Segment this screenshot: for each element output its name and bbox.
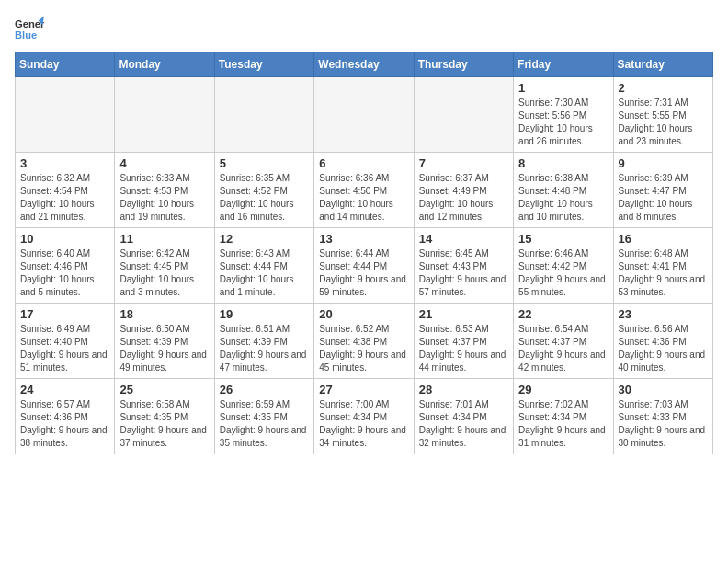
calendar-cell: 18Sunrise: 6:50 AM Sunset: 4:39 PM Dayli… [115, 304, 214, 379]
calendar-cell: 16Sunrise: 6:48 AM Sunset: 4:41 PM Dayli… [613, 228, 712, 304]
day-info: Sunrise: 6:50 AM Sunset: 4:39 PM Dayligh… [119, 323, 209, 374]
day-number: 24 [20, 383, 109, 396]
day-info: Sunrise: 6:56 AM Sunset: 4:36 PM Dayligh… [619, 323, 708, 374]
day-info: Sunrise: 6:52 AM Sunset: 4:38 PM Dayligh… [319, 323, 408, 374]
day-number: 20 [319, 307, 408, 321]
weekday-header-thursday: Thursday [414, 52, 513, 77]
day-number: 14 [419, 232, 508, 246]
weekday-header-sunday: Sunday [16, 52, 115, 77]
day-number: 15 [518, 232, 608, 246]
calendar-cell: 6Sunrise: 6:36 AM Sunset: 4:50 PM Daylig… [314, 153, 414, 228]
day-info: Sunrise: 7:30 AM Sunset: 5:56 PM Dayligh… [518, 97, 608, 148]
day-number: 17 [20, 307, 109, 321]
calendar-body: 1Sunrise: 7:30 AM Sunset: 5:56 PM Daylig… [16, 77, 713, 454]
calendar-cell: 12Sunrise: 6:43 AM Sunset: 4:44 PM Dayli… [214, 228, 313, 304]
calendar-cell: 30Sunrise: 7:03 AM Sunset: 4:33 PM Dayli… [613, 379, 712, 454]
day-info: Sunrise: 6:58 AM Sunset: 4:35 PM Dayligh… [119, 398, 209, 450]
calendar-week-2: 3Sunrise: 6:32 AM Sunset: 4:54 PM Daylig… [16, 153, 713, 228]
day-info: Sunrise: 6:57 AM Sunset: 4:36 PM Dayligh… [20, 398, 109, 450]
calendar-week-4: 17Sunrise: 6:49 AM Sunset: 4:40 PM Dayli… [16, 304, 713, 379]
day-info: Sunrise: 6:45 AM Sunset: 4:43 PM Dayligh… [419, 247, 508, 299]
calendar-cell: 23Sunrise: 6:56 AM Sunset: 4:36 PM Dayli… [613, 304, 712, 379]
day-info: Sunrise: 6:44 AM Sunset: 4:44 PM Dayligh… [319, 247, 408, 299]
day-number: 10 [20, 232, 109, 246]
day-number: 26 [220, 383, 309, 396]
calendar-cell [115, 77, 214, 153]
calendar-week-3: 10Sunrise: 6:40 AM Sunset: 4:46 PM Dayli… [16, 228, 713, 304]
calendar-cell: 8Sunrise: 6:38 AM Sunset: 4:48 PM Daylig… [514, 153, 613, 228]
day-number: 29 [518, 383, 608, 396]
calendar-table: SundayMondayTuesdayWednesdayThursdayFrid… [15, 52, 713, 454]
day-number: 1 [518, 81, 608, 95]
calendar-cell: 28Sunrise: 7:01 AM Sunset: 4:34 PM Dayli… [414, 379, 513, 454]
day-info: Sunrise: 6:46 AM Sunset: 4:42 PM Dayligh… [518, 247, 608, 299]
day-number: 11 [119, 232, 209, 246]
day-info: Sunrise: 6:36 AM Sunset: 4:50 PM Dayligh… [319, 172, 408, 224]
day-info: Sunrise: 7:02 AM Sunset: 4:34 PM Dayligh… [518, 398, 608, 450]
calendar-cell: 7Sunrise: 6:37 AM Sunset: 4:49 PM Daylig… [414, 153, 513, 228]
day-number: 16 [619, 232, 708, 246]
svg-text:Blue: Blue [15, 29, 37, 40]
day-number: 5 [220, 156, 309, 170]
calendar-cell: 19Sunrise: 6:51 AM Sunset: 4:39 PM Dayli… [214, 304, 313, 379]
day-info: Sunrise: 6:37 AM Sunset: 4:49 PM Dayligh… [419, 172, 508, 224]
day-number: 7 [419, 156, 508, 170]
calendar-cell: 5Sunrise: 6:35 AM Sunset: 4:52 PM Daylig… [214, 153, 313, 228]
weekday-header-wednesday: Wednesday [314, 52, 414, 77]
calendar-week-5: 24Sunrise: 6:57 AM Sunset: 4:36 PM Dayli… [16, 379, 713, 454]
calendar-cell: 9Sunrise: 6:39 AM Sunset: 4:47 PM Daylig… [613, 153, 712, 228]
calendar-cell: 1Sunrise: 7:30 AM Sunset: 5:56 PM Daylig… [514, 77, 613, 153]
weekday-header-monday: Monday [115, 52, 214, 77]
calendar-cell: 17Sunrise: 6:49 AM Sunset: 4:40 PM Dayli… [16, 304, 115, 379]
weekday-header-row: SundayMondayTuesdayWednesdayThursdayFrid… [16, 52, 713, 77]
header: General Blue [15, 15, 713, 44]
calendar-cell: 11Sunrise: 6:42 AM Sunset: 4:45 PM Dayli… [115, 228, 214, 304]
day-info: Sunrise: 6:33 AM Sunset: 4:53 PM Dayligh… [119, 172, 209, 224]
day-number: 30 [619, 383, 708, 396]
weekday-header-tuesday: Tuesday [214, 52, 313, 77]
weekday-header-saturday: Saturday [613, 52, 712, 77]
calendar-cell: 13Sunrise: 6:44 AM Sunset: 4:44 PM Dayli… [314, 228, 414, 304]
day-number: 4 [119, 156, 209, 170]
day-number: 2 [619, 81, 708, 95]
day-number: 12 [220, 232, 309, 246]
calendar-cell: 3Sunrise: 6:32 AM Sunset: 4:54 PM Daylig… [16, 153, 115, 228]
day-number: 9 [619, 156, 708, 170]
day-info: Sunrise: 6:39 AM Sunset: 4:47 PM Dayligh… [619, 172, 708, 224]
calendar-cell [314, 77, 414, 153]
calendar-cell: 15Sunrise: 6:46 AM Sunset: 4:42 PM Dayli… [514, 228, 613, 304]
day-number: 28 [419, 383, 508, 396]
calendar-cell: 20Sunrise: 6:52 AM Sunset: 4:38 PM Dayli… [314, 304, 414, 379]
calendar-week-1: 1Sunrise: 7:30 AM Sunset: 5:56 PM Daylig… [16, 77, 713, 153]
day-info: Sunrise: 6:54 AM Sunset: 4:37 PM Dayligh… [518, 323, 608, 374]
day-number: 6 [319, 156, 408, 170]
day-number: 25 [119, 383, 209, 396]
day-number: 23 [619, 307, 708, 321]
calendar-cell: 14Sunrise: 6:45 AM Sunset: 4:43 PM Dayli… [414, 228, 513, 304]
calendar-cell [16, 77, 115, 153]
calendar-cell: 25Sunrise: 6:58 AM Sunset: 4:35 PM Dayli… [115, 379, 214, 454]
calendar-cell: 22Sunrise: 6:54 AM Sunset: 4:37 PM Dayli… [514, 304, 613, 379]
day-info: Sunrise: 6:51 AM Sunset: 4:39 PM Dayligh… [220, 323, 309, 374]
day-info: Sunrise: 6:38 AM Sunset: 4:48 PM Dayligh… [518, 172, 608, 224]
day-number: 8 [518, 156, 608, 170]
day-info: Sunrise: 7:03 AM Sunset: 4:33 PM Dayligh… [619, 398, 708, 450]
day-info: Sunrise: 7:00 AM Sunset: 4:34 PM Dayligh… [319, 398, 408, 450]
calendar-cell: 24Sunrise: 6:57 AM Sunset: 4:36 PM Dayli… [16, 379, 115, 454]
day-info: Sunrise: 6:43 AM Sunset: 4:44 PM Dayligh… [220, 247, 309, 299]
day-number: 19 [220, 307, 309, 321]
day-info: Sunrise: 7:01 AM Sunset: 4:34 PM Dayligh… [419, 398, 508, 450]
logo: General Blue [15, 15, 48, 44]
day-number: 13 [319, 232, 408, 246]
day-info: Sunrise: 6:40 AM Sunset: 4:46 PM Dayligh… [20, 247, 109, 299]
calendar-cell: 27Sunrise: 7:00 AM Sunset: 4:34 PM Dayli… [314, 379, 414, 454]
weekday-header-friday: Friday [514, 52, 613, 77]
calendar-cell: 21Sunrise: 6:53 AM Sunset: 4:37 PM Dayli… [414, 304, 513, 379]
day-info: Sunrise: 6:49 AM Sunset: 4:40 PM Dayligh… [20, 323, 109, 374]
calendar-cell: 29Sunrise: 7:02 AM Sunset: 4:34 PM Dayli… [514, 379, 613, 454]
day-info: Sunrise: 6:35 AM Sunset: 4:52 PM Dayligh… [220, 172, 309, 224]
day-number: 21 [419, 307, 508, 321]
day-number: 18 [119, 307, 209, 321]
day-info: Sunrise: 6:48 AM Sunset: 4:41 PM Dayligh… [619, 247, 708, 299]
logo-icon: General Blue [15, 15, 44, 44]
